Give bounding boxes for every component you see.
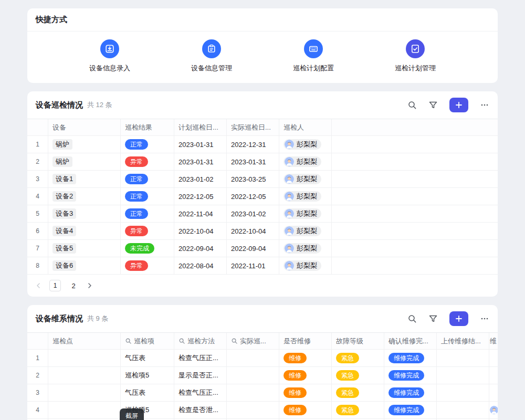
- result-cell[interactable]: 正常: [121, 171, 174, 187]
- row-number[interactable]: 8: [27, 257, 48, 274]
- level-cell[interactable]: 紧急: [332, 402, 384, 418]
- device-cell[interactable]: 设备4: [48, 223, 121, 239]
- method-cell[interactable]: 显示是否正...: [174, 367, 227, 384]
- column-header-confirm[interactable]: 确认维修完...: [384, 333, 437, 349]
- point-cell[interactable]: [48, 350, 121, 366]
- actual-date-cell[interactable]: 2023-03-25: [227, 171, 279, 187]
- actual-date-cell[interactable]: 2022-09-04: [227, 240, 279, 257]
- planned-date-cell[interactable]: 2022-11-04: [174, 205, 227, 222]
- upload-cell[interactable]: [437, 384, 489, 401]
- row-number[interactable]: 4: [27, 188, 48, 205]
- device-cell[interactable]: 设备2: [48, 188, 121, 205]
- row-number[interactable]: 5: [27, 205, 48, 222]
- table-row[interactable]: 8 设备6 异常 2022-08-04 2022-11-01 彭梨梨: [27, 257, 498, 275]
- upload-cell[interactable]: [437, 367, 489, 384]
- actual-cell[interactable]: [227, 402, 279, 418]
- row-number[interactable]: 1: [27, 136, 48, 153]
- device-cell[interactable]: 锅炉: [48, 153, 121, 170]
- upload-cell[interactable]: [437, 402, 489, 418]
- point-cell[interactable]: [48, 367, 121, 384]
- method-cell[interactable]: 检查气压正...: [174, 350, 227, 366]
- result-cell[interactable]: 异常: [121, 223, 174, 239]
- row-number[interactable]: 3: [27, 171, 48, 187]
- item-cell[interactable]: 巡检项5: [121, 367, 174, 384]
- planned-date-cell[interactable]: 2023-01-31: [174, 153, 227, 170]
- point-cell[interactable]: [48, 384, 121, 401]
- more-icon[interactable]: [480, 100, 489, 110]
- actual-date-cell[interactable]: 2023-01-31: [227, 153, 279, 170]
- confirm-cell[interactable]: 维修完成: [384, 367, 437, 384]
- column-header-method[interactable]: 巡检方法: [174, 333, 227, 349]
- add-record-button[interactable]: [449, 311, 468, 326]
- item-cell[interactable]: 气压表: [121, 350, 174, 366]
- shortcut-device-manage[interactable]: 设备信息管理: [161, 39, 262, 73]
- device-cell[interactable]: 设备5: [48, 240, 121, 257]
- chevron-right-icon[interactable]: [86, 282, 93, 289]
- actual-date-cell[interactable]: 2022-12-05: [227, 188, 279, 205]
- extra-cell[interactable]: [489, 384, 498, 401]
- level-cell[interactable]: 紧急: [332, 384, 384, 401]
- column-header-item[interactable]: 巡检项: [121, 333, 174, 349]
- shortcut-plan-manage[interactable]: 巡检计划管理: [364, 39, 466, 73]
- table-row[interactable]: 3 设备1 正常 2023-01-02 2023-03-25 彭梨梨: [27, 171, 498, 188]
- confirm-cell[interactable]: 维修完成: [384, 402, 437, 418]
- repair-cell[interactable]: 维修: [279, 402, 332, 418]
- upload-cell[interactable]: [437, 350, 489, 366]
- shortcut-device-entry[interactable]: 设备信息录入: [59, 39, 161, 73]
- repair-cell[interactable]: 维修: [279, 350, 332, 366]
- device-cell[interactable]: 设备3: [48, 205, 121, 222]
- table-row[interactable]: 7 设备5 未完成 2022-09-04 2022-09-04 彭梨梨: [27, 240, 498, 257]
- row-number[interactable]: 7: [27, 240, 48, 257]
- level-cell[interactable]: 紧急: [332, 350, 384, 366]
- inspector-cell[interactable]: 彭梨梨: [279, 188, 332, 205]
- column-header-actual[interactable]: 实际巡...: [227, 333, 279, 349]
- inspector-cell[interactable]: 彭梨梨: [279, 136, 332, 153]
- planned-date-cell[interactable]: 2023-01-02: [174, 171, 227, 187]
- column-header-device[interactable]: 设备: [48, 119, 121, 135]
- row-number[interactable]: 6: [27, 223, 48, 239]
- table-row[interactable]: 4 设备2 正常 2022-12-05 2022-12-05 彭梨梨: [27, 188, 498, 205]
- search-icon[interactable]: [407, 100, 417, 110]
- table-row[interactable]: 2 锅炉 异常 2023-01-31 2023-01-31 彭梨梨: [27, 153, 498, 171]
- actual-cell[interactable]: [227, 367, 279, 384]
- table-row[interactable]: 4 巡检项5 检查是否泄... 维修 紧急 维修完成: [27, 402, 498, 419]
- planned-date-cell[interactable]: 2023-01-31: [174, 136, 227, 153]
- shortcut-plan-config[interactable]: 巡检计划配置: [262, 39, 364, 73]
- extra-cell[interactable]: [489, 367, 498, 384]
- device-cell[interactable]: 锅炉: [48, 136, 121, 153]
- table-row[interactable]: 1 锅炉 正常 2023-01-31 2022-12-31 彭梨梨: [27, 136, 498, 153]
- column-header-upload[interactable]: 上传维修结...: [437, 333, 489, 349]
- column-header-extra[interactable]: 维: [489, 333, 498, 349]
- row-number[interactable]: 2: [27, 367, 48, 384]
- inspector-cell[interactable]: 彭梨梨: [279, 257, 332, 274]
- repair-cell[interactable]: 维修: [279, 384, 332, 401]
- point-cell[interactable]: [48, 402, 121, 418]
- row-number[interactable]: 4: [27, 402, 48, 418]
- table-row[interactable]: 6 设备4 异常 2022-10-04 2022-10-04 彭梨梨: [27, 223, 498, 240]
- inspector-cell[interactable]: 彭梨梨: [279, 223, 332, 239]
- method-cell[interactable]: 检查气压正...: [174, 384, 227, 401]
- inspector-cell[interactable]: 彭梨梨: [279, 240, 332, 257]
- inspector-cell[interactable]: 彭梨梨: [279, 171, 332, 187]
- device-cell[interactable]: 设备6: [48, 257, 121, 274]
- actual-cell[interactable]: [227, 384, 279, 401]
- result-cell[interactable]: 异常: [121, 257, 174, 274]
- page-button-current[interactable]: 1: [49, 280, 61, 291]
- result-cell[interactable]: 正常: [121, 188, 174, 205]
- actual-date-cell[interactable]: 2022-11-01: [227, 257, 279, 274]
- filter-icon[interactable]: [428, 100, 438, 110]
- column-header-actual[interactable]: 实际巡检日...: [227, 119, 279, 135]
- planned-date-cell[interactable]: 2022-10-04: [174, 223, 227, 239]
- result-cell[interactable]: 未完成: [121, 240, 174, 257]
- column-header-level[interactable]: 故障等级: [332, 333, 384, 349]
- column-header-result[interactable]: 巡检结果: [121, 119, 174, 135]
- item-cell[interactable]: 气压表: [121, 384, 174, 401]
- filter-icon[interactable]: [428, 314, 438, 323]
- result-cell[interactable]: 正常: [121, 205, 174, 222]
- chevron-left-icon[interactable]: [35, 282, 42, 289]
- row-number[interactable]: 2: [27, 153, 48, 170]
- repair-cell[interactable]: 维修: [279, 367, 332, 384]
- result-cell[interactable]: 正常: [121, 136, 174, 153]
- column-header-repair[interactable]: 是否维修: [279, 333, 332, 349]
- device-cell[interactable]: 设备1: [48, 171, 121, 187]
